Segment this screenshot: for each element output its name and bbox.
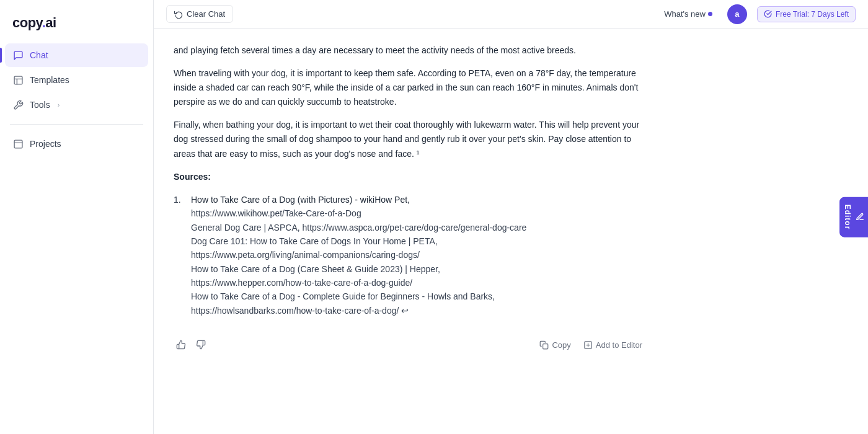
sidebar: copy.ai Chat Templates: [0, 0, 154, 434]
sidebar-item-projects-label: Projects: [30, 139, 61, 149]
content-area[interactable]: and playing fetch several times a day ar…: [154, 29, 868, 434]
header-right: What's new a Free Trial: 7 Days Left: [659, 4, 856, 24]
svg-rect-1: [14, 140, 22, 148]
logo-text: copy.ai: [12, 15, 56, 30]
clear-chat-button[interactable]: Clear Chat: [166, 5, 233, 23]
sidebar-item-templates[interactable]: Templates: [5, 68, 148, 92]
projects-icon: [12, 138, 24, 149]
check-circle-icon: [764, 10, 772, 18]
add-to-editor-icon: [583, 340, 593, 350]
action-right: Copy Add to Editor: [537, 338, 645, 352]
thumbs-up-icon: [176, 340, 186, 350]
header-left: Clear Chat: [166, 5, 233, 23]
svg-rect-2: [543, 343, 548, 348]
sidebar-nav: Chat Templates Tools ›: [0, 43, 153, 117]
whats-new-button[interactable]: What's new: [659, 7, 717, 21]
templates-icon: [12, 74, 24, 86]
message-actions: Copy Add to Editor: [174, 330, 645, 352]
paragraph-1: and playing fetch several times a day ar…: [174, 43, 645, 58]
paragraph-3: Finally, when bathing your dog, it is im…: [174, 118, 645, 161]
tools-icon: [12, 99, 24, 110]
logo: copy.ai: [0, 10, 153, 43]
copy-icon: [539, 340, 549, 350]
sidebar-item-chat[interactable]: Chat: [5, 43, 148, 67]
sources-list: 1. How to Take Care of a Dog (with Pictu…: [174, 193, 645, 318]
source-title: How to Take Care of a Dog (with Pictures…: [191, 195, 410, 205]
sidebar-item-projects[interactable]: Projects: [5, 132, 148, 156]
main-area: Clear Chat What's new a Free Trial: 7 Da…: [154, 0, 868, 434]
sidebar-item-tools[interactable]: Tools ›: [5, 93, 148, 117]
thumbs-down-button[interactable]: [193, 337, 208, 352]
chat-message: and playing fetch several times a day ar…: [174, 43, 645, 352]
sidebar-item-chat-label: Chat: [30, 50, 48, 60]
sidebar-item-tools-label: Tools: [30, 100, 50, 110]
editor-panel[interactable]: Editor: [839, 197, 868, 237]
refresh-icon: [174, 10, 183, 19]
sidebar-bottom: Projects: [0, 132, 153, 156]
sidebar-item-templates-label: Templates: [30, 75, 69, 85]
thumbs-down-icon: [196, 340, 206, 350]
paragraph-2: When traveling with your dog, it is impo…: [174, 66, 645, 109]
action-left: [174, 337, 208, 352]
tools-chevron-icon: ›: [58, 101, 60, 108]
source-num: 1.: [174, 193, 186, 318]
add-to-editor-button[interactable]: Add to Editor: [581, 338, 645, 352]
sidebar-divider: [10, 124, 143, 125]
chat-icon: [12, 50, 24, 61]
editor-panel-inner: Editor: [843, 205, 864, 230]
svg-rect-0: [14, 76, 22, 84]
trial-badge[interactable]: Free Trial: 7 Days Left: [757, 6, 856, 22]
thumbs-up-button[interactable]: [174, 337, 188, 352]
notification-dot: [708, 12, 712, 16]
copy-button[interactable]: Copy: [537, 338, 573, 352]
header: Clear Chat What's new a Free Trial: 7 Da…: [154, 0, 868, 29]
editor-pencil-icon: [856, 213, 864, 221]
source-content: How to Take Care of a Dog (with Pictures…: [191, 193, 526, 318]
sources-label: Sources:: [174, 170, 645, 184]
avatar[interactable]: a: [727, 4, 747, 24]
source-item-1: 1. How to Take Care of a Dog (with Pictu…: [174, 193, 645, 318]
